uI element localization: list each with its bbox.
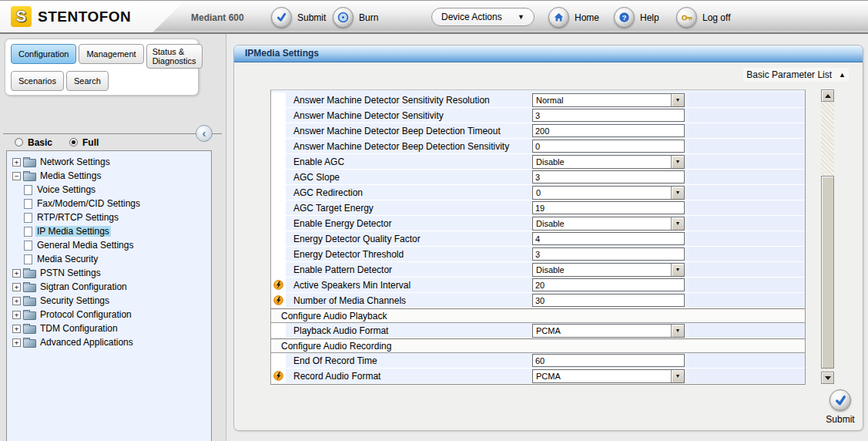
collapse-node-icon[interactable]: − [12, 172, 21, 180]
param-label: Energy Detector Quality Factor [286, 231, 532, 246]
tab-search[interactable]: Search [66, 71, 109, 91]
tree-item-media-settings[interactable]: −Media Settings [7, 169, 211, 183]
param-select-agc-redirection[interactable]: 0▼ [532, 186, 685, 200]
settings-table: Answer Machine Detector Sensitivity Reso… [270, 89, 806, 385]
tree-item-general-media-settings[interactable]: General Media Settings [7, 238, 211, 252]
folder-icon [23, 159, 36, 167]
tree-item-network-settings[interactable]: +Network Settings [7, 155, 211, 169]
param-input-number-of-media-channels[interactable] [532, 294, 685, 307]
expand-node-icon[interactable]: + [12, 297, 21, 305]
tab-management[interactable]: Management [79, 44, 143, 64]
param-label: Enable Energy Detector [286, 216, 532, 231]
param-select-enable-pattern-detector[interactable]: Disable▼ [532, 263, 685, 277]
param-label: Answer Machine Detector Beep Detection T… [286, 123, 532, 138]
help-toolbar-button[interactable]: ? Help [614, 7, 659, 28]
triangle-up-icon: ▲ [839, 71, 846, 79]
tree-item-ip-media-settings[interactable]: IP Media Settings [7, 224, 211, 238]
expand-node-icon[interactable]: + [12, 311, 21, 319]
param-row-energy-detector-quality-factor: Energy Detector Quality Factor [271, 231, 805, 247]
tab-scenarios[interactable]: Scenarios [11, 71, 64, 91]
tree-item-pstn-settings[interactable]: +PSTN Settings [7, 266, 211, 280]
dropdown-arrow-icon: ▼ [671, 187, 684, 199]
flag-cell-empty [271, 139, 286, 153]
vertical-scrollbar [821, 89, 834, 384]
expand-node-icon[interactable]: + [12, 283, 21, 291]
expand-node-icon[interactable]: + [12, 158, 21, 167]
tree-item-label: Protocol Configuration [39, 309, 133, 320]
param-select-value: PCMA [533, 325, 671, 337]
page-title: IPMedia Settings [234, 45, 863, 62]
param-select-playback-audio-format[interactable]: PCMA▼ [532, 324, 685, 338]
log-off-toolbar-button[interactable]: Log off [676, 7, 730, 28]
folder-icon [23, 339, 36, 348]
device-actions-dropdown[interactable]: Device Actions ▼ [431, 8, 535, 26]
param-input-answer-machine-detector-sensitivity[interactable] [532, 109, 685, 122]
tree-item-voice-settings[interactable]: Voice Settings [7, 183, 211, 197]
param-label: Active Speakers Min Interval [286, 278, 532, 292]
param-label: Enable Pattern Detector [286, 262, 532, 277]
param-select-record-audio-format[interactable]: PCMA▼ [532, 369, 685, 383]
tree-item-protocol-configuration[interactable]: +Protocol Configuration [7, 308, 211, 321]
param-input-energy-detector-quality-factor[interactable] [532, 232, 685, 245]
tree-item-advanced-applications[interactable]: +Advanced Applications [7, 335, 211, 349]
scrollbar-track[interactable] [821, 102, 834, 372]
tree-item-sigtran-configuration[interactable]: +Sigtran Configuration [7, 280, 211, 294]
param-control-cell [532, 231, 689, 246]
param-input-answer-machine-detector-beep-detection-timeout[interactable] [532, 124, 685, 137]
expand-node-icon[interactable]: + [12, 325, 21, 333]
scroll-down-button[interactable] [821, 372, 834, 384]
scrollbar-thumb[interactable] [821, 176, 834, 369]
param-select-enable-agc[interactable]: Disable▼ [532, 155, 685, 169]
flag-cell-empty [271, 247, 286, 261]
tree-item-media-security[interactable]: Media Security [7, 252, 211, 266]
tree-item-fax-modem-cid-settings[interactable]: Fax/Modem/CID Settings [7, 197, 211, 210]
scroll-up-button[interactable] [821, 89, 834, 102]
help-icon: ? [614, 7, 635, 28]
burn-toolbar-button[interactable]: Burn [333, 7, 378, 28]
param-input-active-speakers-min-interval[interactable] [532, 278, 685, 291]
param-row-record-audio-format: Record Audio FormatPCMA▼ [271, 369, 805, 384]
home-toolbar-button[interactable]: Home [548, 7, 599, 28]
dropdown-arrow-icon: ▼ [671, 94, 684, 106]
param-select-enable-energy-detector[interactable]: Disable▼ [532, 217, 685, 231]
expand-node-icon[interactable]: + [12, 269, 21, 278]
param-select-value: 0 [533, 187, 671, 199]
flag-cell-empty [271, 323, 286, 338]
tree-item-label: Voice Settings [35, 184, 97, 195]
param-label: Number of Media Channels [286, 293, 532, 308]
param-row-enable-pattern-detector: Enable Pattern DetectorDisable▼ [271, 262, 805, 278]
param-row-energy-detector-threshold: Energy Detector Threshold [271, 247, 805, 262]
param-input-agc-slope[interactable] [532, 170, 685, 183]
expand-node-icon[interactable]: + [12, 338, 21, 347]
flag-cell-empty [271, 185, 286, 200]
param-select-value: Disable [533, 217, 671, 230]
submit-toolbar-button[interactable]: Submit [271, 7, 326, 28]
tree-item-rtp-rtcp-settings[interactable]: RTP/RTCP Settings [7, 210, 211, 224]
collapse-sidebar-button[interactable]: ‹ [196, 125, 213, 142]
device-actions-label: Device Actions [441, 12, 502, 22]
dropdown-arrow-icon: ▼ [671, 325, 684, 337]
document-icon [24, 185, 32, 195]
folder-icon [23, 284, 36, 292]
tab-status-diagnostics[interactable]: Status & Diagnostics [146, 44, 203, 69]
param-control-cell: Normal▼ [532, 93, 689, 107]
param-control-cell [532, 200, 689, 215]
param-input-answer-machine-detector-beep-detection-sensitivity[interactable] [532, 140, 685, 153]
param-select-answer-machine-detector-sensitivity-resolution[interactable]: Normal▼ [532, 93, 685, 107]
restart-required-icon [271, 369, 286, 383]
tree-item-tdm-configuration[interactable]: +TDM Configuration [7, 321, 211, 335]
param-input-energy-detector-threshold[interactable] [532, 247, 685, 261]
view-option-full[interactable]: Full [69, 137, 99, 148]
submit-button[interactable]: Submit [816, 389, 864, 425]
tree-item-security-settings[interactable]: +Security Settings [7, 294, 211, 308]
param-row-playback-audio-format: Playback Audio FormatPCMA▼ [271, 323, 805, 338]
view-mode-toggle: BasicFull‹ [3, 133, 222, 150]
param-row-spacer [689, 353, 805, 368]
help-toolbar-label: Help [640, 12, 659, 23]
tab-configuration[interactable]: Configuration [11, 44, 76, 64]
view-option-basic[interactable]: Basic [15, 137, 52, 148]
param-input-end-of-record-time[interactable] [532, 354, 685, 367]
parameter-list-toggle[interactable]: Basic Parameter List ▲ [743, 68, 849, 82]
view-option-label: Basic [28, 137, 52, 148]
param-input-agc-target-energy[interactable] [532, 201, 685, 214]
